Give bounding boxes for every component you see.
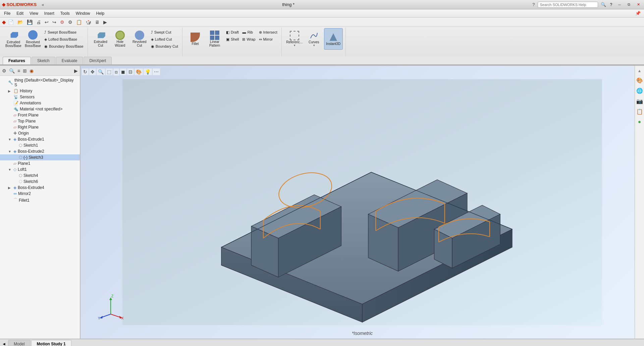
tree-item-front-plane[interactable]: ▱ Front Plane — [0, 112, 80, 118]
tree-item-annotations[interactable]: 📝 Annotations — [0, 100, 80, 106]
open-tool[interactable]: 📂 — [16, 19, 24, 26]
menu-file[interactable]: File — [1, 10, 13, 16]
menu-help[interactable]: Help — [94, 10, 107, 16]
tree-item-sketch3[interactable]: ⬡ (-) Sketch3 — [0, 154, 80, 160]
tree-item-sketch1[interactable]: ⬡ Sketch1 — [0, 142, 80, 148]
tab-features[interactable]: Features — [3, 57, 31, 64]
shell-button[interactable]: ▣ Shell — [225, 36, 240, 43]
extruded-cut-button[interactable]: Extruded Cut — [91, 28, 110, 50]
view-orientation-icon[interactable]: ⧈ — [113, 68, 119, 76]
zoom-icon[interactable]: 🔍 — [97, 68, 105, 75]
view-more-icon[interactable]: ⋯ — [153, 68, 160, 75]
tree-item-fillet1[interactable]: ⌒ Fillet1 — [0, 197, 80, 204]
more-tools-icon[interactable]: ▶ — [102, 19, 108, 26]
revolved-boss-base-button[interactable]: Revolved Boss/Base — [23, 28, 42, 50]
boundary-cut-button[interactable]: ◉ Boundary Cut — [150, 43, 179, 50]
help-icon[interactable]: ? — [609, 2, 614, 8]
tab-dimxpert[interactable]: DimXpert — [84, 57, 112, 64]
options-tool[interactable]: ⚙ — [67, 19, 74, 26]
rotate-view-icon[interactable]: ↻ — [82, 68, 89, 75]
restore-button[interactable]: ⧉ — [626, 2, 632, 7]
boss-extrude4-icon: ◈ — [13, 185, 16, 190]
expand-all-icon[interactable]: ≡ — [17, 67, 21, 74]
curves-button[interactable]: Curves ▼ — [305, 28, 323, 50]
appearance-icon[interactable]: 🎨 — [135, 68, 143, 75]
reference-button[interactable]: Referenc... ▼ — [285, 28, 304, 50]
pan-icon[interactable]: ✥ — [89, 68, 96, 75]
scenes-icon[interactable]: 🌐 — [635, 86, 644, 95]
boundary-boss-base-button[interactable]: ◉ Boundary Boss/Base — [43, 43, 85, 50]
tree-item-mirror2[interactable]: ⇔ Mirror2 — [0, 191, 80, 197]
tab-motion-study[interactable]: Motion Study 1 — [31, 340, 71, 346]
menu-tools[interactable]: Tools — [58, 10, 72, 16]
swept-cut-button[interactable]: ⤴ Swept Cut — [150, 29, 179, 36]
tree-item-sketch4[interactable]: ⬡ Sketch4 — [0, 172, 80, 179]
save-tool[interactable]: 💾 — [25, 19, 34, 26]
realview-icon[interactable]: 💡 — [144, 68, 152, 75]
close-button[interactable]: ✕ — [635, 2, 642, 7]
tree-item-right-plane[interactable]: ▱ Right Plane — [0, 124, 80, 130]
tab-sketch[interactable]: Sketch — [32, 57, 55, 64]
linear-pattern-button[interactable]: Linear Pattern — [205, 28, 224, 50]
rib-button[interactable]: ▬ Rib — [241, 29, 257, 36]
lofted-boss-base-button[interactable]: ◈ Lofted Boss/Base — [43, 36, 85, 43]
right-tool-1[interactable]: ▲ — [636, 67, 643, 75]
wrap-button[interactable]: ⊞ Wrap — [241, 36, 257, 43]
print-tool[interactable]: 🖨 — [35, 19, 42, 26]
collapse-all-icon[interactable]: ⊞ — [22, 67, 28, 74]
swept-boss-base-button[interactable]: ⤴ Swept Boss/Base — [43, 29, 85, 36]
redo-tool[interactable]: ↪ — [51, 19, 58, 26]
file-props-tool[interactable]: 📋 — [75, 19, 83, 26]
tree-item-sensors[interactable]: 📡 Sensors — [0, 94, 80, 100]
tree-item-boss-extrude4[interactable]: ▶ ◈ Boss-Extrude4 — [0, 185, 80, 191]
lofted-cut-button[interactable]: ◈ Lofted Cut — [150, 36, 179, 43]
instant3d-button[interactable]: Instant3D — [324, 28, 343, 50]
menu-window[interactable]: Window — [73, 10, 93, 16]
search-input[interactable] — [538, 2, 598, 8]
tree-item-boss-extrude2[interactable]: ▼ ◈ Boss-Extrude2 — [0, 148, 80, 154]
custom-prop-icon[interactable]: 📋 — [635, 107, 644, 116]
tree-item-top-plane[interactable]: ▱ Top Plane — [0, 118, 80, 124]
new-tool[interactable]: 📄 — [7, 19, 15, 26]
hole-wizard-button[interactable]: Hole Wizard — [111, 28, 129, 50]
pin-icon[interactable]: 📌 — [633, 10, 643, 16]
filter-icon[interactable]: ⚙ — [1, 67, 7, 74]
section-view-icon[interactable]: ⊟ — [127, 68, 134, 75]
undo-tool[interactable]: ↩ — [43, 19, 50, 26]
decals-icon[interactable]: 📷 — [635, 97, 644, 106]
tree-item-plane1[interactable]: ▱ Plane1 — [0, 160, 80, 166]
display-icon[interactable]: ◉ — [29, 67, 34, 74]
wireframe-icon[interactable]: ⬚ — [106, 68, 113, 75]
title-bar-controls[interactable]: ◄ — [41, 3, 44, 7]
menu-edit[interactable]: Edit — [14, 10, 26, 16]
tree-item-loft1[interactable]: ▼ ◇ Loft1 — [0, 166, 80, 172]
display-style-icon[interactable]: ◼ — [120, 68, 126, 75]
revolved-cut-button[interactable]: Revolved Cut — [130, 28, 149, 50]
tree-item-material[interactable]: 🔩 Material <not specified> — [0, 106, 80, 112]
extruded-boss-base-button[interactable]: Extruded Boss/Base — [4, 28, 23, 50]
menu-insert[interactable]: Insert — [42, 10, 57, 16]
3d-view-tool[interactable]: 🎲 — [84, 19, 93, 26]
tree-item-history[interactable]: ▶ 📋 History — [0, 88, 80, 94]
tab-model[interactable]: Model — [8, 340, 31, 346]
tree-item-boss-extrude1[interactable]: ▼ ◈ Boss-Extrude1 — [0, 136, 80, 142]
panel-expand-icon[interactable]: ▶ — [73, 67, 78, 74]
scroll-left-icon[interactable]: ◄ — [0, 340, 8, 346]
minimize-button[interactable]: ─ — [616, 2, 623, 7]
view-setting-tool[interactable]: 🖥 — [94, 19, 101, 26]
tree-item-origin[interactable]: ✛ Origin — [0, 130, 80, 136]
fillet-button[interactable]: Fillet — [186, 28, 205, 50]
search-submit-icon[interactable]: 🔍 — [601, 2, 606, 7]
appearances-icon[interactable]: 🎨 — [635, 76, 644, 85]
viewport[interactable]: ↻ ✥ 🔍 ⬚ ⧈ ◼ ⊟ 🎨 💡 ⋯ — [80, 66, 644, 339]
search-icon[interactable]: 🔍 — [8, 67, 15, 74]
mirror-button[interactable]: ⇔ Mirror — [258, 36, 279, 43]
draft-button[interactable]: ◧ Draft — [225, 29, 240, 36]
menu-view[interactable]: View — [27, 10, 41, 16]
tree-item-sketch6[interactable]: ⬡ Sketch6 — [0, 179, 80, 185]
rebuild-tool[interactable]: ⚙ — [59, 19, 66, 26]
right-tool-circle[interactable]: ● — [637, 117, 643, 126]
intersect-button[interactable]: ⊗ Intersect — [258, 29, 279, 36]
tree-root[interactable]: 🔧 thing (Default<<Default>_Display S — [0, 77, 80, 88]
tab-evaluate[interactable]: Evaluate — [56, 57, 83, 64]
